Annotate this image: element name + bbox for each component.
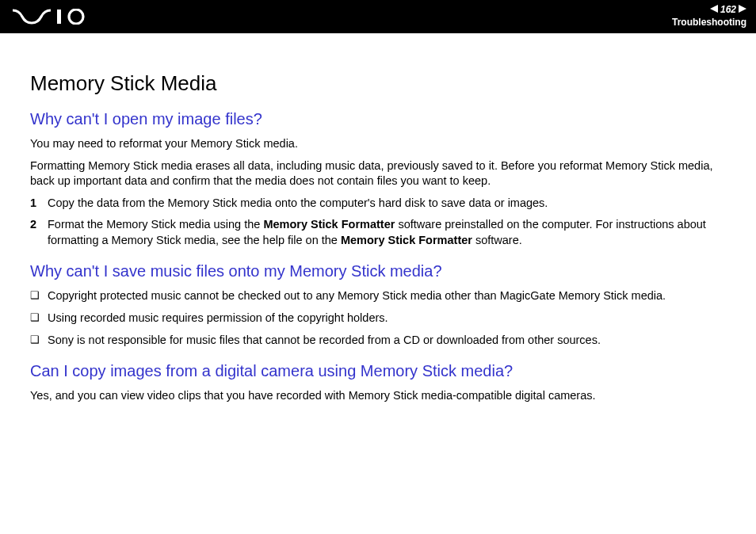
vaio-logo (13, 9, 92, 25)
q1-steps: 1 Copy the data from the Memory Stick me… (30, 196, 726, 249)
svg-marker-2 (710, 5, 718, 13)
q2-bullet-3: Sony is not responsible for music files … (30, 333, 726, 349)
page-title: Memory Stick Media (30, 71, 726, 96)
step-text: Copy the data from the Memory Stick medi… (48, 196, 548, 209)
svg-rect-0 (57, 10, 61, 24)
q1-step-1: 1 Copy the data from the Memory Stick me… (30, 196, 726, 212)
q1-paragraph-1: You may need to reformat your Memory Sti… (30, 136, 726, 152)
q1-step-2: 2 Format the Memory Stick media using th… (30, 217, 726, 248)
nav-prev-icon[interactable] (710, 4, 718, 17)
section-label: Troubleshooting (672, 17, 746, 29)
nav-next-icon[interactable] (739, 4, 746, 17)
step-text: Format the Memory Stick media using the … (48, 218, 706, 246)
page-number: 162 (720, 4, 736, 17)
svg-point-1 (69, 10, 83, 24)
page-header: 162 Troubleshooting (0, 0, 756, 33)
step-number: 2 (30, 217, 36, 233)
q1-paragraph-2: Formatting Memory Stick media erases all… (30, 158, 726, 189)
step-number: 1 (30, 196, 36, 212)
question-1-heading: Why can't I open my image files? (30, 110, 726, 128)
q2-bullet-2: Using recorded music requires permission… (30, 311, 726, 326)
q2-bullets: Copyright protected music cannot be chec… (30, 288, 726, 348)
svg-marker-3 (739, 5, 746, 13)
question-2-heading: Why can't I save music files onto my Mem… (30, 262, 726, 280)
q3-paragraph-1: Yes, and you can view video clips that y… (30, 388, 726, 404)
question-3-heading: Can I copy images from a digital camera … (30, 362, 726, 380)
page-navigation: 162 (672, 4, 746, 17)
q2-bullet-1: Copyright protected music cannot be chec… (30, 288, 726, 304)
header-meta: 162 Troubleshooting (672, 4, 746, 29)
page-content: Memory Stick Media Why can't I open my i… (0, 33, 756, 426)
